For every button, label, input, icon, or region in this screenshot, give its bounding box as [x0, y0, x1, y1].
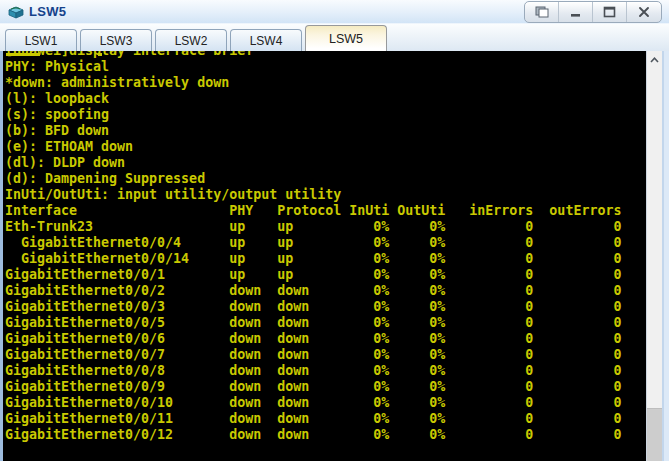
tab-lsw4[interactable]: LSW4	[230, 29, 302, 51]
terminal-area: [Huawei]display interface brief PHY: Phy…	[0, 51, 669, 461]
terminal-console[interactable]: [Huawei]display interface brief PHY: Phy…	[0, 51, 646, 461]
tab-lsw3[interactable]: LSW3	[80, 29, 152, 51]
terminal-output: [Huawei]display interface brief PHY: Phy…	[3, 51, 646, 443]
overlap-windows-icon	[535, 6, 549, 18]
always-on-top-button[interactable]	[525, 2, 559, 22]
device-terminal-window: LSW5	[0, 0, 669, 461]
scrollbar-thumb[interactable]	[647, 408, 662, 461]
close-button[interactable]	[627, 2, 661, 22]
vertical-scrollbar[interactable]	[646, 51, 664, 461]
maximize-icon	[603, 6, 616, 18]
titlebar[interactable]: LSW5	[0, 0, 669, 24]
tab-lsw2[interactable]: LSW2	[155, 29, 227, 51]
chevron-up-icon	[650, 57, 659, 63]
device-tab-bar: LSW1 LSW3 LSW2 LSW4 LSW5	[0, 24, 669, 51]
clipped-line-artifact	[6, 53, 40, 56]
window-controls	[524, 1, 662, 23]
minimize-button[interactable]	[559, 2, 593, 22]
minimize-icon	[570, 6, 582, 18]
scroll-up-button[interactable]	[647, 51, 662, 68]
close-icon	[638, 6, 650, 18]
maximize-button[interactable]	[593, 2, 627, 22]
tab-lsw5[interactable]: LSW5	[305, 25, 387, 51]
clipped-line-artifact	[98, 53, 102, 56]
device-icon	[7, 4, 24, 20]
window-title: LSW5	[29, 4, 66, 19]
tab-lsw1[interactable]: LSW1	[5, 29, 77, 51]
